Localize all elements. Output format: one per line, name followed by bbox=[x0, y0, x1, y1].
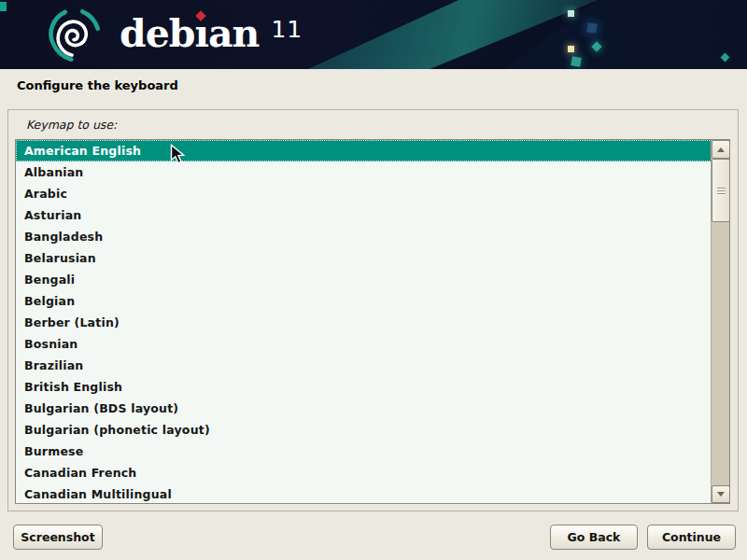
list-item[interactable]: Bulgarian (BDS layout) bbox=[16, 398, 712, 419]
debian-swirl-icon bbox=[41, 5, 106, 66]
list-item[interactable]: Albanian bbox=[16, 161, 712, 183]
list-item[interactable]: Bosnian bbox=[16, 333, 712, 355]
list-item[interactable]: Berber (Latin) bbox=[16, 312, 712, 333]
list-item[interactable]: American English bbox=[16, 140, 712, 161]
list-item[interactable]: Brazilian bbox=[16, 355, 712, 376]
thumb-grip bbox=[717, 193, 726, 194]
thumb-grip bbox=[717, 188, 726, 189]
keymap-list: American English Albanian Arabic Asturia… bbox=[16, 140, 712, 504]
decor-square bbox=[586, 22, 597, 33]
header-banner: debıan 11 bbox=[0, 0, 747, 69]
debian-logo: debıan 11 bbox=[41, 4, 359, 67]
installer-window: debıan 11 Configure the keyboard Keymap … bbox=[0, 0, 747, 560]
page-title: Configure the keyboard bbox=[17, 78, 178, 92]
list-item[interactable]: Belgian bbox=[16, 290, 712, 312]
list-item[interactable]: Bulgarian (phonetic layout) bbox=[16, 419, 712, 441]
scroll-down-button[interactable] bbox=[712, 485, 730, 503]
list-item[interactable]: Asturian bbox=[16, 204, 712, 226]
brand-text: debıan bbox=[120, 11, 259, 56]
scrollbar[interactable] bbox=[711, 140, 729, 503]
decor-square bbox=[568, 10, 574, 17]
decor-square bbox=[571, 56, 582, 67]
list-item[interactable]: Bengali bbox=[16, 269, 712, 290]
keymap-label: Keymap to use: bbox=[26, 118, 117, 132]
go-back-button[interactable]: Go Back bbox=[550, 525, 638, 550]
scroll-thumb[interactable] bbox=[712, 159, 730, 222]
decor-square bbox=[568, 46, 574, 52]
list-item[interactable]: Arabic bbox=[16, 183, 712, 204]
list-item[interactable]: Bangladesh bbox=[16, 226, 712, 247]
list-item[interactable]: British English bbox=[16, 376, 712, 398]
list-item[interactable]: Canadian Multilingual bbox=[16, 483, 712, 504]
list-item[interactable]: Canadian French bbox=[16, 462, 712, 483]
scroll-up-button[interactable] bbox=[712, 140, 730, 159]
version-text: 11 bbox=[271, 16, 303, 43]
chevron-up-icon bbox=[717, 147, 725, 152]
screenshot-button[interactable]: Screenshot bbox=[13, 525, 103, 550]
chevron-down-icon bbox=[717, 492, 725, 497]
list-item[interactable]: Burmese bbox=[16, 441, 712, 462]
keymap-listbox[interactable]: American English Albanian Arabic Asturia… bbox=[15, 139, 730, 504]
thumb-grip bbox=[717, 190, 726, 191]
list-item[interactable]: Belarusian bbox=[16, 247, 712, 269]
continue-button[interactable]: Continue bbox=[647, 525, 736, 550]
decor-corner-square bbox=[0, 2, 7, 11]
